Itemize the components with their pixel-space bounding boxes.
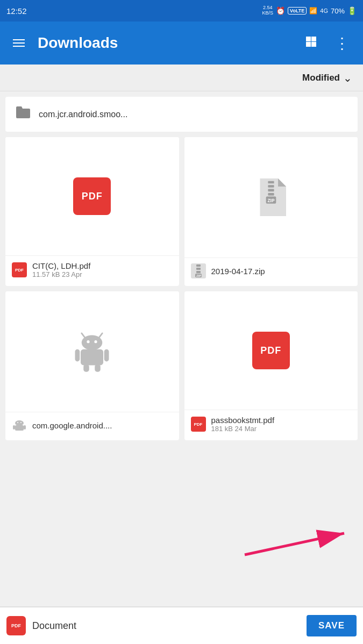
- svg-rect-25: [95, 364, 101, 372]
- sort-bar: Modified ⌄: [0, 65, 363, 91]
- pdf1-small-icon: PDF: [12, 262, 27, 277]
- pdf1-preview: PDF: [5, 137, 179, 255]
- folder-icon: [15, 105, 31, 123]
- folder-name: com.jcr.android.smoo...: [39, 110, 127, 119]
- svg-rect-2: [306, 42, 311, 47]
- svg-rect-24: [84, 364, 90, 372]
- svg-rect-0: [306, 37, 311, 41]
- svg-rect-13: [196, 271, 201, 273]
- app-bar: Downloads ⋮: [0, 22, 363, 65]
- file-card-zip1[interactable]: ZIP ZIP 201: [184, 137, 358, 286]
- apk1-small-icon: [12, 418, 27, 433]
- status-right: 2.54 KB/S ⏰ VoLTE 📶 4G 70% 🔋: [262, 5, 357, 16]
- bottom-pdf-icon: PDF: [6, 616, 26, 635]
- pdf2-meta: passbookstmt.pdf 181 kB 24 Mar: [211, 416, 275, 433]
- signal-icon: 📶: [309, 7, 317, 15]
- files-grid: PDF PDF CIT(C), LDH.pdf 11.57 kB 23 Apr: [5, 137, 358, 440]
- apk1-preview: [5, 291, 179, 412]
- pdf1-size-date: 11.57 kB 23 Apr: [32, 270, 90, 278]
- sort-label[interactable]: Modified: [302, 73, 340, 83]
- file-card-apk1[interactable]: com.google.android....: [5, 291, 179, 440]
- svg-point-19: [87, 340, 90, 343]
- android-big-icon: [73, 330, 111, 373]
- apk1-meta: com.google.android....: [32, 421, 112, 430]
- svg-point-28: [20, 422, 22, 423]
- file-card-pdf1[interactable]: PDF PDF CIT(C), LDH.pdf 11.57 kB 23 Apr: [5, 137, 179, 286]
- save-button[interactable]: SAVE: [307, 615, 357, 636]
- zip1-meta: 2019-04-17.zip: [211, 267, 265, 276]
- svg-point-26: [15, 420, 24, 426]
- svg-rect-4: [268, 181, 274, 184]
- svg-rect-1: [311, 37, 316, 41]
- apk1-name: com.google.android....: [32, 421, 112, 430]
- file-grid: com.jcr.android.smoo... PDF PDF CIT(C), …: [0, 91, 363, 606]
- svg-point-27: [17, 422, 18, 423]
- battery-indicator: 70%: [331, 7, 345, 15]
- pdf1-meta: CIT(C), LDH.pdf 11.57 kB 23 Apr: [32, 261, 90, 278]
- sort-chevron[interactable]: ⌄: [343, 71, 352, 84]
- folder-item[interactable]: com.jcr.android.smoo...: [5, 97, 358, 132]
- svg-rect-7: [268, 193, 274, 196]
- svg-rect-21: [81, 349, 103, 366]
- svg-rect-12: [196, 268, 201, 270]
- svg-rect-5: [268, 185, 274, 188]
- zip1-small-icon: ZIP: [191, 263, 206, 278]
- svg-text:ZIP: ZIP: [267, 198, 274, 203]
- page-title: Downloads: [38, 34, 291, 52]
- zip1-preview: ZIP: [184, 137, 358, 257]
- svg-rect-29: [15, 425, 24, 431]
- alarm-icon: ⏰: [276, 6, 285, 15]
- svg-rect-6: [268, 189, 274, 192]
- filename-input[interactable]: [32, 620, 300, 632]
- status-time: 12:52: [6, 6, 27, 16]
- svg-rect-22: [75, 349, 80, 362]
- pdf2-preview: PDF: [184, 291, 358, 410]
- network-icon: 4G: [320, 8, 328, 14]
- pdf2-name: passbookstmt.pdf: [211, 416, 275, 425]
- volte-badge: VoLTE: [288, 7, 307, 15]
- svg-rect-30: [13, 425, 15, 430]
- bottom-bar: PDF SAVE: [0, 606, 363, 644]
- svg-rect-23: [104, 349, 109, 362]
- svg-rect-31: [24, 425, 26, 430]
- pdf1-info: PDF CIT(C), LDH.pdf 11.57 kB 23 Apr: [5, 255, 179, 286]
- pdf2-big-icon: PDF: [252, 332, 290, 369]
- zip-big-icon: ZIP: [255, 178, 287, 216]
- grid-view-button[interactable]: [300, 31, 322, 55]
- more-options-button[interactable]: ⋮: [330, 30, 354, 56]
- pdf2-small-icon: PDF: [191, 417, 206, 432]
- pdf-big-icon: PDF: [73, 177, 111, 215]
- pdf1-name: CIT(C), LDH.pdf: [32, 261, 90, 270]
- svg-rect-11: [196, 264, 201, 267]
- network-speed: 2.54 KB/S: [262, 5, 274, 16]
- apk1-info: com.google.android....: [5, 412, 179, 440]
- pdf2-size-date: 181 kB 24 Mar: [211, 425, 275, 433]
- status-bar: 12:52 2.54 KB/S ⏰ VoLTE 📶 4G 70% 🔋: [0, 0, 363, 22]
- pdf2-info: PDF passbookstmt.pdf 181 kB 24 Mar: [184, 410, 358, 440]
- file-card-pdf2[interactable]: PDF PDF passbookstmt.pdf 181 kB 24 Mar: [184, 291, 358, 440]
- svg-text:ZIP: ZIP: [196, 274, 201, 277]
- zip1-info: ZIP 2019-04-17.zip: [184, 257, 358, 286]
- svg-point-20: [95, 340, 97, 343]
- svg-rect-3: [311, 42, 316, 47]
- battery-icon: 🔋: [347, 6, 357, 15]
- zip1-name: 2019-04-17.zip: [211, 267, 265, 276]
- menu-button[interactable]: [9, 35, 29, 51]
- svg-point-18: [82, 335, 103, 350]
